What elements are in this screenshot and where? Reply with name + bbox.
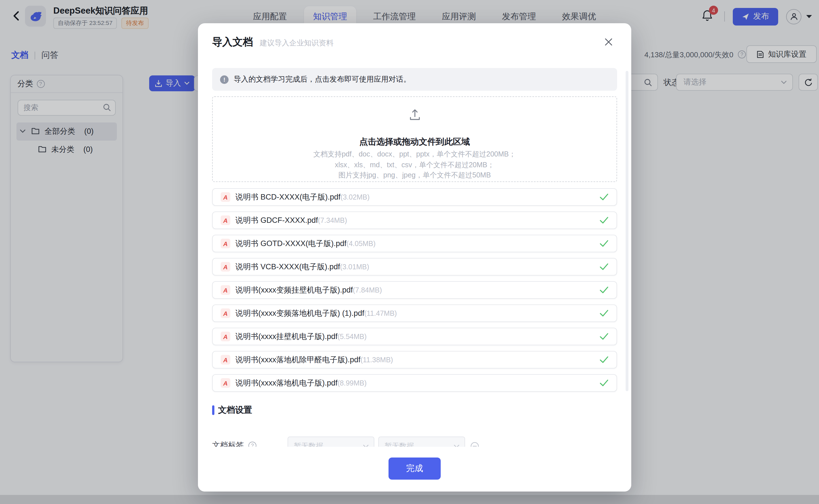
- modal-header: 导入文档 建议导入企业知识资料: [198, 23, 631, 49]
- notice-text: 导入的文档学习完成后，点击发布即可使用应用对话。: [234, 74, 411, 84]
- pdf-file-icon: A: [221, 332, 230, 341]
- uploaded-file-row[interactable]: A 说明书(xxxx变频落地机电子版) (1).pdf (11.47MB): [212, 304, 617, 322]
- modal-subtitle: 建议导入企业知识资料: [260, 38, 333, 48]
- tag-select[interactable]: 暂无数据: [287, 437, 374, 447]
- dropzone-hint: xlsx、xls、md、txt、csv，单个文件不超过20MB；: [213, 161, 617, 168]
- pdf-file-icon: A: [221, 262, 230, 272]
- section-accent-bar: [212, 405, 214, 415]
- remove-tag-icon[interactable]: [470, 437, 479, 447]
- chevron-down-icon: [454, 444, 460, 447]
- file-size: (3.02MB): [340, 193, 370, 201]
- uploaded-file-row[interactable]: A 说明书(xxxx落地机除甲醛电子版).pdf (11.38MB): [212, 351, 617, 369]
- uploaded-file-row[interactable]: A 说明书 GDCF-XXXX.pdf (7.34MB): [212, 211, 617, 229]
- file-size: (11.47MB): [364, 309, 397, 317]
- pdf-file-icon: A: [221, 355, 230, 365]
- uploaded-file-row[interactable]: A 说明书 VCB-XXXX(电子版).pdf (3.01MB): [212, 258, 617, 276]
- modal-title: 导入文档: [212, 35, 253, 49]
- file-name: 说明书 GDCF-XXXX.pdf: [235, 215, 318, 225]
- tag-select[interactable]: 暂无数据: [378, 437, 465, 447]
- section-title-text: 文档设置: [218, 405, 252, 416]
- file-size: (11.38MB): [360, 356, 393, 364]
- pdf-file-icon: A: [221, 308, 230, 318]
- import-documents-modal: 导入文档 建议导入企业知识资料 ! 导入的文档学习完成后，点击发布即可使用应用对…: [198, 23, 631, 492]
- dropzone-hint: 文档支持pdf、doc、docx、ppt、pptx，单个文件不超过200MB；: [213, 151, 617, 158]
- upload-success-check-icon: [600, 286, 609, 294]
- tag-select-placeholder: 暂无数据: [294, 441, 323, 447]
- pdf-file-icon: A: [221, 215, 230, 225]
- pdf-file-icon: A: [221, 285, 230, 295]
- dropzone-title: 点击选择或拖动文件到此区域: [213, 137, 617, 147]
- file-name: 说明书 BCD-XXXX(电子版).pdf: [235, 192, 340, 202]
- file-size: (5.54MB): [337, 333, 367, 340]
- tag-label: 文档标签: [212, 441, 244, 447]
- info-icon: !: [220, 75, 228, 84]
- file-name: 说明书(xxxx变频落地机电子版) (1).pdf: [235, 308, 364, 318]
- pdf-file-icon: A: [221, 192, 230, 202]
- upload-success-check-icon: [600, 193, 609, 201]
- upload-success-check-icon: [600, 217, 609, 224]
- uploaded-file-list: A 说明书 BCD-XXXX(电子版).pdf (3.02MB) A 说明书 G…: [212, 188, 617, 392]
- file-size: (4.05MB): [346, 240, 376, 247]
- upload-dropzone[interactable]: 点击选择或拖动文件到此区域 文档支持pdf、doc、docx、ppt、pptx，…: [212, 96, 617, 182]
- app-root: DeepSeek知识问答应用 自动保存于 23:52:57 待发布 应用配置知识…: [0, 0, 819, 504]
- upload-success-check-icon: [600, 333, 609, 340]
- modal-footer: 完成: [198, 447, 631, 492]
- pdf-file-icon: A: [221, 239, 230, 248]
- upload-success-check-icon: [600, 310, 609, 317]
- uploaded-file-row[interactable]: A 说明书 GOTD-XXXX(电子版).pdf (4.05MB): [212, 235, 617, 252]
- uploaded-file-row[interactable]: A 说明书(xxxx变频挂壁机电子版).pdf (7.84MB): [212, 281, 617, 299]
- tag-label-group: 文档标签 ?: [212, 437, 287, 447]
- file-name: 说明书 GOTD-XXXX(电子版).pdf: [235, 238, 346, 249]
- close-icon[interactable]: [604, 37, 614, 47]
- tag-selects: 暂无数据暂无数据: [287, 437, 465, 447]
- file-size: (3.01MB): [340, 263, 369, 271]
- file-name: 说明书(xxxx落地机除甲醛电子版).pdf: [235, 355, 360, 365]
- file-size: (7.84MB): [353, 286, 382, 294]
- file-name: 说明书(xxxx变频挂壁机电子版).pdf: [235, 285, 353, 295]
- modal-body: ! 导入的文档学习完成后，点击发布即可使用应用对话。 点击选择或拖动文件到此区域…: [198, 49, 631, 447]
- upload-success-check-icon: [600, 356, 609, 363]
- file-size: (7.34MB): [318, 216, 347, 224]
- pdf-file-icon: A: [221, 378, 230, 388]
- tag-select-placeholder: 暂无数据: [384, 441, 414, 447]
- upload-success-check-icon: [600, 263, 609, 270]
- document-tags-row: 文档标签 ? 暂无数据暂无数据: [212, 437, 617, 447]
- chevron-down-icon: [363, 444, 369, 447]
- tag-help-icon[interactable]: ?: [248, 442, 256, 447]
- upload-success-check-icon: [600, 379, 609, 387]
- dropzone-hint: 图片支持jpg、png、jpeg，单个文件不超过50MB: [213, 172, 617, 179]
- uploaded-file-row[interactable]: A 说明书(xxxx落地机电子版).pdf (8.99MB): [212, 374, 617, 392]
- notice-banner: ! 导入的文档学习完成后，点击发布即可使用应用对话。: [212, 68, 617, 91]
- file-name: 说明书 VCB-XXXX(电子版).pdf: [235, 262, 340, 272]
- file-name: 说明书(xxxx挂壁机电子版).pdf: [235, 331, 337, 342]
- upload-icon: [407, 108, 422, 122]
- file-name: 说明书(xxxx落地机电子版).pdf: [235, 378, 337, 388]
- modal-scrollbar-thumb[interactable]: [626, 71, 628, 391]
- done-button[interactable]: 完成: [388, 458, 441, 480]
- document-settings-section: 文档设置: [212, 405, 617, 416]
- uploaded-file-row[interactable]: A 说明书 BCD-XXXX(电子版).pdf (3.02MB): [212, 188, 617, 206]
- file-size: (8.99MB): [337, 379, 367, 387]
- upload-success-check-icon: [600, 240, 609, 247]
- uploaded-file-row[interactable]: A 说明书(xxxx挂壁机电子版).pdf (5.54MB): [212, 328, 617, 345]
